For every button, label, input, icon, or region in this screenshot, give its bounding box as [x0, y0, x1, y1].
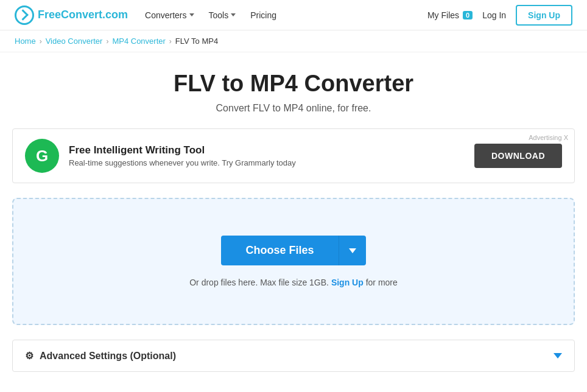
breadcrumb-sep-2: ›	[106, 37, 108, 46]
drop-hint: Or drop files here. Max file size 1GB. S…	[189, 278, 398, 287]
ad-text: Free Intelligent Writing Tool Real-time …	[69, 144, 296, 167]
breadcrumb-video-converter[interactable]: Video Converter	[46, 37, 103, 46]
ad-icon: G	[25, 139, 59, 173]
header: FreeConvert.com Converters Tools Pricing…	[0, 0, 587, 30]
logo[interactable]: FreeConvert.com	[15, 5, 128, 25]
choose-files-dropdown[interactable]	[339, 236, 366, 265]
files-count-badge: 0	[463, 11, 473, 19]
breadcrumb-sep-3: ›	[169, 37, 172, 46]
my-files-button[interactable]: My Files 0	[427, 10, 473, 20]
breadcrumb-current: FLV To MP4	[175, 37, 218, 46]
nav-tools[interactable]: Tools	[209, 10, 236, 20]
advanced-settings: ⚙ Advanced Settings (Optional)	[12, 340, 575, 372]
header-right: My Files 0 Log In Sign Up	[427, 5, 572, 26]
nav-converters[interactable]: Converters	[145, 10, 194, 20]
ad-banner: Advertising X G Free Intelligent Writing…	[12, 128, 575, 183]
chevron-down-icon	[189, 13, 194, 16]
advanced-settings-label: Advanced Settings (Optional)	[40, 351, 176, 362]
page-subtitle: Convert FLV to MP4 online, for free.	[12, 103, 575, 114]
main-content: FLV to MP4 Converter Convert FLV to MP4 …	[0, 52, 587, 390]
chevron-down-icon	[231, 13, 236, 16]
breadcrumb: Home › Video Converter › MP4 Converter ›…	[0, 30, 587, 52]
ad-download-button[interactable]: DOWNLOAD	[474, 144, 562, 168]
signup-link[interactable]: Sign Up	[331, 278, 364, 287]
dropzone: Choose Files Or drop files here. Max fil…	[12, 198, 575, 325]
choose-files-row: Choose Files	[221, 236, 365, 265]
logo-text: FreeConvert.com	[38, 9, 128, 21]
nav-pricing[interactable]: Pricing	[250, 10, 276, 20]
advanced-settings-toggle[interactable]: ⚙ Advanced Settings (Optional)	[13, 340, 574, 371]
header-left: FreeConvert.com Converters Tools Pricing	[15, 5, 276, 25]
signup-button[interactable]: Sign Up	[516, 5, 572, 26]
chevron-down-icon	[349, 248, 356, 253]
main-nav: Converters Tools Pricing	[145, 10, 276, 20]
login-button[interactable]: Log In	[482, 10, 506, 20]
breadcrumb-home[interactable]: Home	[15, 37, 36, 46]
ad-left: G Free Intelligent Writing Tool Real-tim…	[25, 139, 296, 173]
breadcrumb-mp4-converter[interactable]: MP4 Converter	[112, 37, 165, 46]
ad-subtitle: Real-time suggestions whenever you write…	[69, 158, 296, 167]
chevron-down-icon	[554, 353, 562, 359]
ad-label: Advertising X	[529, 134, 568, 141]
choose-files-button[interactable]: Choose Files	[221, 236, 338, 265]
logo-icon	[15, 5, 34, 25]
breadcrumb-sep-1: ›	[40, 37, 42, 46]
page-title: FLV to MP4 Converter	[12, 71, 575, 97]
gear-icon: ⚙	[25, 350, 33, 362]
ad-title: Free Intelligent Writing Tool	[69, 144, 296, 156]
